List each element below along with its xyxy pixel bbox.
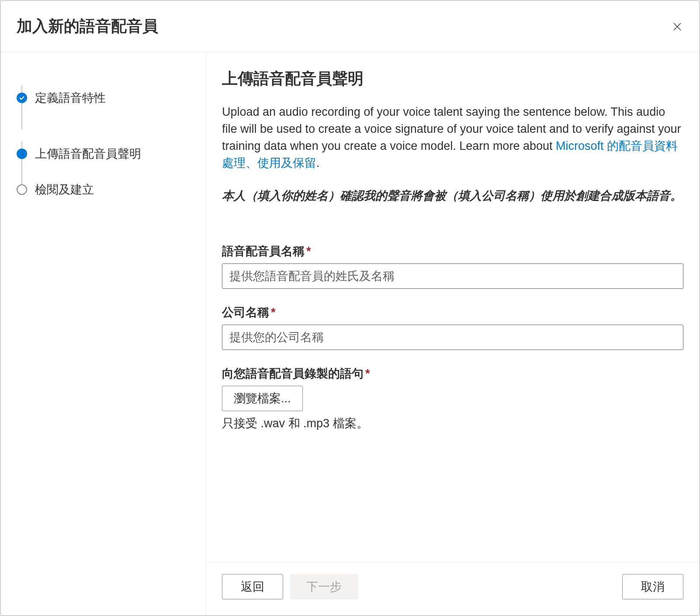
description-suffix: . — [316, 156, 320, 170]
cancel-button[interactable]: 取消 — [622, 574, 683, 599]
dialog-title: 加入新的語音配音員 — [17, 16, 158, 37]
audio-file-group: 向您語音配音員錄製的語句* 瀏覽檔案... 只接受 .wav 和 .mp3 檔案… — [222, 366, 683, 431]
statement-text: 本人（填入你的姓名）確認我的聲音將會被（填入公司名稱）使用於創建合成版本語音。 — [222, 187, 683, 205]
company-name-input[interactable] — [222, 325, 683, 350]
step-label: 定義語音特性 — [35, 90, 106, 106]
dialog-footer: 返回 下一步 取消 — [206, 562, 699, 615]
required-indicator: * — [306, 245, 311, 258]
step-connector — [21, 86, 22, 129]
required-indicator: * — [365, 367, 370, 380]
close-button[interactable] — [671, 21, 683, 33]
step-label: 上傳語音配音員聲明 — [35, 146, 141, 162]
file-help-text: 只接受 .wav 和 .mp3 檔案。 — [222, 415, 683, 431]
dialog-body: 定義語音特性 上傳語音配音員聲明 檢閱及建立 上傳語音配音員聲明 Upload … — [1, 52, 699, 615]
step-upload-statement[interactable]: 上傳語音配音員聲明 — [17, 126, 190, 182]
step-connector — [21, 142, 22, 185]
step-list: 定義語音特性 上傳語音配音員聲明 檢閱及建立 — [17, 70, 190, 197]
company-name-group: 公司名稱* — [222, 305, 683, 350]
back-button[interactable]: 返回 — [222, 574, 283, 599]
step-indicator-current — [17, 149, 27, 159]
talent-name-group: 語音配音員名稱* — [222, 243, 683, 289]
talent-name-input[interactable] — [222, 263, 683, 289]
label-text: 公司名稱 — [222, 306, 269, 319]
step-define-voice[interactable]: 定義語音特性 — [17, 70, 190, 126]
label-text: 向您語音配音員錄製的語句 — [222, 367, 364, 380]
close-icon — [672, 21, 683, 32]
required-indicator: * — [271, 306, 276, 319]
description-text: Upload an audio recording of your voice … — [222, 104, 683, 172]
audio-file-label: 向您語音配音員錄製的語句* — [222, 366, 683, 381]
checkmark-icon — [19, 95, 25, 101]
step-review-create[interactable]: 檢閱及建立 — [17, 182, 190, 197]
step-sidebar: 定義語音特性 上傳語音配音員聲明 檢閱及建立 — [1, 52, 206, 615]
talent-name-label: 語音配音員名稱* — [222, 243, 683, 259]
label-text: 語音配音員名稱 — [222, 245, 305, 258]
step-label: 檢閱及建立 — [35, 182, 94, 197]
main-content: 上傳語音配音員聲明 Upload an audio recording of y… — [206, 52, 699, 615]
step-indicator-pending — [17, 184, 27, 195]
company-name-label: 公司名稱* — [222, 305, 683, 320]
next-button[interactable]: 下一步 — [290, 574, 358, 599]
step-indicator-completed — [17, 93, 27, 103]
browse-file-button[interactable]: 瀏覽檔案... — [222, 386, 303, 411]
section-title: 上傳語音配音員聲明 — [222, 68, 683, 90]
dialog-header: 加入新的語音配音員 — [1, 1, 699, 52]
